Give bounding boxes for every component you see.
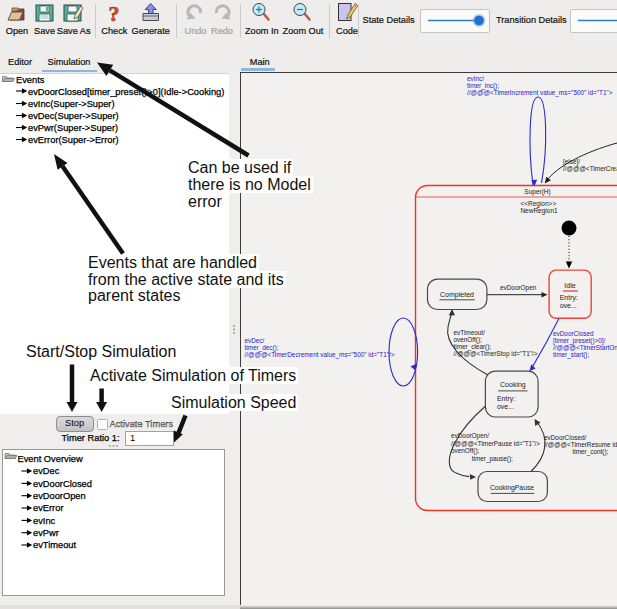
svg-text:Idle: Idle (564, 282, 575, 289)
svg-text://@@@<TimerStop id="T1"/>: //@@@<TimerStop id="T1"/> (453, 350, 537, 358)
svg-text:ove...: ove... (496, 402, 513, 409)
svg-text:Cooking: Cooking (500, 381, 526, 389)
svg-text:evTimeout/: evTimeout/ (453, 329, 485, 336)
svg-text:Completed: Completed (440, 290, 474, 298)
svg-text:evDoorOpen: evDoorOpen (500, 284, 537, 292)
svg-text://@@@<TimerStartOnc: //@@@<TimerStartOnc (553, 344, 617, 351)
svg-text:Entry:: Entry: (559, 294, 577, 302)
svg-text:timer_start();: timer_start(); (553, 351, 589, 359)
svg-text://@@@<TimerPause id="T1"/>: //@@@<TimerPause id="T1"/> (451, 439, 540, 446)
svg-text:CookingPause: CookingPause (489, 483, 533, 491)
svg-text:evDoorClosed/: evDoorClosed/ (544, 433, 586, 440)
svg-text://@@@<TimerResume id=: //@@@<TimerResume id= (544, 441, 617, 448)
svg-text://@@@<TimerDecrement value_ms=: //@@@<TimerDecrement value_ms="500" id="… (244, 350, 394, 358)
svg-text:NewRegion1: NewRegion1 (520, 207, 558, 215)
svg-text:timer_cont();: timer_cont(); (572, 448, 608, 456)
svg-text:evDoorClosed: evDoorClosed (553, 330, 594, 337)
svg-text://@@@<TimerIncrement value_ms=: //@@@<TimerIncrement value_ms="500" id="… (467, 88, 613, 96)
svg-text://@@@<TimerCreate id=: //@@@<TimerCreate id= (563, 164, 617, 171)
svg-text:timer_pause();: timer_pause(); (471, 454, 512, 462)
svg-text:Super(H): Super(H) (524, 188, 550, 196)
svg-text:evInc/: evInc/ (467, 74, 484, 81)
svg-text:evDec/: evDec/ (244, 336, 264, 343)
svg-text:Entry:: Entry: (496, 394, 514, 402)
svg-text:?: ? (109, 1, 120, 26)
svg-text:ove...: ove... (559, 301, 576, 308)
